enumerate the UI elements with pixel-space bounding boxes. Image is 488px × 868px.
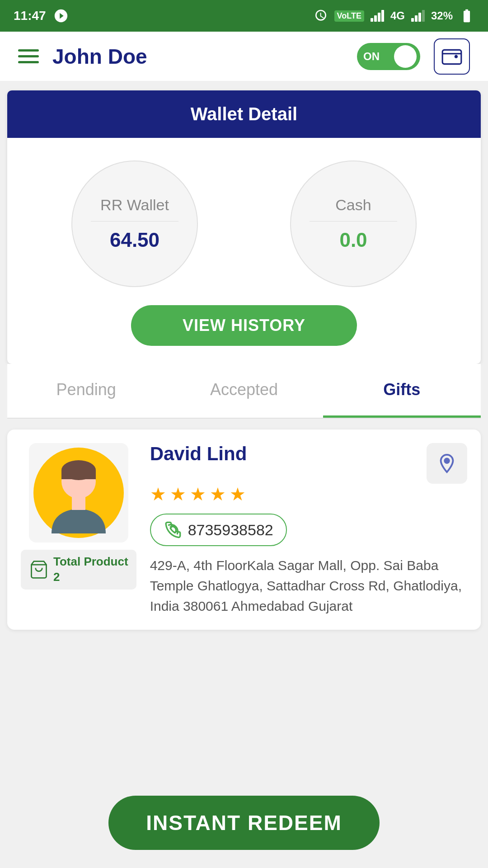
app-icon (53, 8, 69, 24)
star-4: ★ (210, 484, 226, 505)
gift-card-main: Total Product 2 David Lind ★ ★ (21, 443, 467, 616)
user-name: John Doe (52, 44, 147, 69)
total-product-text: Total Product 2 (53, 554, 128, 585)
wallet-circles: RR Wallet 64.50 Cash 0.0 (7, 138, 481, 305)
toggle-label: ON (363, 50, 380, 63)
wallet-detail-header: Wallet Detail (7, 90, 481, 138)
battery-icon (459, 8, 474, 24)
gift-card-info: David Lind ★ ★ ★ ★ ★ (150, 443, 467, 616)
svg-rect-0 (442, 50, 461, 64)
hamburger-menu[interactable] (18, 49, 39, 63)
wallet-icon-button[interactable] (434, 38, 470, 75)
svg-point-1 (455, 55, 457, 57)
signal-icon-2 (411, 10, 425, 22)
gift-card: Total Product 2 David Lind ★ ★ (7, 429, 481, 630)
time-display: 11:47 (14, 9, 46, 23)
stars-row: ★ ★ ★ ★ ★ (150, 484, 467, 505)
alarm-icon (314, 9, 328, 23)
star-2: ★ (170, 484, 186, 505)
cash-circle: Cash 0.0 (290, 160, 417, 287)
svg-rect-5 (61, 470, 96, 479)
rr-wallet-circle: RR Wallet 64.50 (71, 160, 198, 287)
cash-label: Cash (335, 196, 371, 214)
tab-gifts[interactable]: Gifts (323, 364, 481, 418)
header: John Doe ON (0, 32, 488, 81)
network-type: 4G (390, 9, 405, 22)
status-bar: 11:47 VoLTE 4G 32% (0, 0, 488, 32)
volte-badge: VoLTE (334, 10, 364, 22)
toggle-switch[interactable]: ON (357, 43, 420, 70)
header-right: ON (357, 38, 470, 75)
cash-value: 0.0 (339, 229, 367, 251)
battery-level: 32% (431, 9, 453, 22)
phone-number: 8735938582 (188, 521, 273, 539)
toggle-knob (394, 45, 417, 68)
phone-icon (164, 521, 182, 539)
signal-icon (371, 10, 384, 22)
star-1: ★ (150, 484, 166, 505)
wallet-detail-title: Wallet Detail (191, 104, 297, 124)
location-button[interactable] (427, 443, 467, 484)
avatar-section: Total Product 2 (21, 443, 136, 590)
avatar-svg (33, 448, 124, 538)
tab-pending[interactable]: Pending (7, 364, 165, 418)
status-indicators: VoLTE 4G 32% (314, 8, 474, 24)
view-history-button[interactable]: VIEW HISTORY (131, 305, 357, 346)
rr-wallet-label: RR Wallet (100, 196, 169, 214)
wallet-detail-card: Wallet Detail RR Wallet 64.50 Cash 0.0 V… (7, 90, 481, 364)
address-text: 429-A, 4th FloorKala Sagar Mall, Opp. Sa… (150, 555, 467, 616)
rr-wallet-value: 64.50 (110, 229, 160, 251)
tab-accepted[interactable]: Accepted (165, 364, 323, 418)
instant-redeem-button[interactable]: INSTANT REDEEM (108, 796, 380, 850)
total-product-badge: Total Product 2 (21, 550, 136, 590)
tabs-row: Pending Accepted Gifts (7, 364, 481, 419)
star-3: ★ (190, 484, 206, 505)
phone-badge[interactable]: 8735938582 (150, 514, 287, 546)
status-time: 11:47 (14, 8, 69, 24)
basket-icon (29, 560, 49, 580)
header-left: John Doe (18, 44, 147, 69)
star-5: ★ (230, 484, 246, 505)
svg-point-8 (445, 458, 449, 463)
location-icon (436, 453, 457, 474)
person-name: David Lind (150, 443, 247, 465)
avatar (29, 443, 128, 542)
wallet-svg (441, 45, 463, 68)
svg-rect-6 (72, 497, 85, 510)
